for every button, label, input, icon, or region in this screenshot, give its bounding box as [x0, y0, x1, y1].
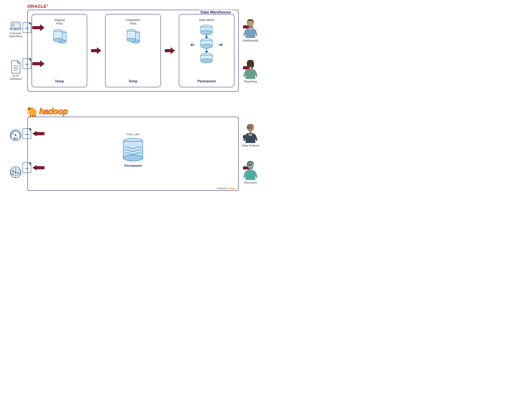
- staging-box: StagingArea Temp: [32, 14, 87, 87]
- reporting-consumer: Reporting: [243, 59, 258, 83]
- discovery-person: [243, 160, 258, 180]
- arrow-staging-integration: [91, 47, 101, 54]
- svg-rect-74: [249, 131, 252, 133]
- data-lake-content: Data Lake Permanent: [120, 133, 146, 168]
- data-lake-permanent-label: Permanent: [124, 164, 142, 168]
- mart-center: [199, 38, 214, 49]
- arrow-center-bottom: [205, 49, 208, 53]
- oltp-label: OLTP Databases: [10, 74, 22, 80]
- laptop-icon: [10, 21, 22, 31]
- staging-label: Temp: [55, 79, 64, 83]
- enterprise-apps-source: Enterprise Applications: [9, 21, 22, 38]
- arrow-top-center: [205, 34, 208, 39]
- globe-source: [9, 166, 22, 179]
- permanent-label: Permanent: [197, 79, 216, 83]
- bottom-section: hadoop: [4, 106, 262, 196]
- inner-areas: StagingArea Temp: [32, 14, 234, 87]
- svg-rect-81: [249, 168, 252, 170]
- svg-rect-45: [32, 115, 33, 117]
- data-lake-title: Data Lake: [126, 133, 140, 136]
- right-consumers-top: Dashboards Reporting: [239, 10, 262, 92]
- hadoop-elephant-icon: [27, 106, 38, 117]
- svg-point-26: [127, 38, 136, 42]
- enterprise-apps-label: Enterprise Applications: [9, 32, 22, 38]
- hadoop-text: hadoop: [39, 107, 68, 116]
- oracle-registered: ®: [47, 4, 49, 7]
- speedometer-icon: [9, 129, 22, 142]
- integration-db-icon: [124, 27, 142, 47]
- main-container: ORACLE®: [0, 0, 266, 199]
- arrow-integration-marts: [165, 47, 175, 54]
- oltp-source: OLTP Databases: [10, 60, 22, 80]
- analytics-text: Analytics: [217, 187, 227, 190]
- right-consumers-bottom: Data Science: [239, 117, 262, 191]
- speedometer-source: [9, 129, 22, 142]
- arrow-left: [190, 43, 195, 46]
- svg-point-7: [19, 23, 19, 24]
- svg-point-67: [123, 155, 143, 161]
- svg-rect-37: [249, 26, 252, 28]
- mart-top: [199, 25, 214, 36]
- svg-point-6: [17, 23, 18, 24]
- dw-title: Data Warehouse: [199, 10, 233, 14]
- dw-outer-box: Data Warehouse StagingArea: [27, 10, 239, 92]
- datascience-consumer: Data Science: [242, 123, 259, 147]
- svg-point-5: [16, 23, 17, 24]
- data-marts-title: Data Marts: [199, 18, 214, 22]
- left-sources-top: Enterprise Applications OLTP Databases: [4, 10, 27, 92]
- staging-title: StagingArea: [54, 18, 65, 25]
- dashboards-person: [243, 18, 258, 38]
- data-lake-icon: [120, 137, 146, 162]
- discovery-label: Discovery: [244, 181, 257, 184]
- svg-point-20: [53, 38, 62, 42]
- mart-bottom: [199, 53, 214, 64]
- svg-point-43: [30, 108, 31, 109]
- today-text: Today: [228, 187, 235, 190]
- svg-rect-39: [249, 67, 252, 69]
- document-icon: [10, 60, 21, 74]
- discovery-consumer: Discovery: [243, 160, 258, 184]
- hadoop-label-area: hadoop: [27, 106, 68, 117]
- svg-point-35: [201, 59, 212, 63]
- svg-rect-46: [34, 115, 36, 117]
- reporting-label: Reporting: [244, 80, 257, 83]
- svg-rect-4: [12, 25, 15, 27]
- data-marts-box: Data Marts: [179, 14, 234, 87]
- oracle-text: ORACLE: [27, 4, 47, 9]
- oracle-label: ORACLE®: [27, 4, 49, 9]
- datascience-person: [243, 123, 258, 143]
- top-section: ORACLE®: [4, 4, 262, 93]
- data-marts-diagram: [189, 25, 224, 66]
- svg-point-32: [201, 44, 212, 48]
- integration-title: IntegrationArea: [126, 18, 140, 25]
- dashboards-label: Dashboards: [243, 39, 258, 42]
- globe-icon: [9, 166, 22, 179]
- datascience-label: Data Science: [242, 144, 259, 147]
- dl-outer-box: Data Lake Permanent: [27, 117, 239, 191]
- svg-point-50: [15, 135, 16, 136]
- watermark: Analytics•Today: [217, 187, 235, 190]
- dashboards-consumer: Dashboards: [243, 18, 258, 42]
- staging-db-icon: [51, 27, 68, 47]
- left-sources-bottom: [4, 117, 27, 191]
- svg-rect-52: [14, 138, 16, 139]
- svg-rect-44: [30, 115, 31, 117]
- integration-label: Temp: [128, 79, 138, 83]
- integration-box: IntegrationArea Temp: [105, 14, 161, 87]
- arrow-right-mart: [218, 43, 223, 46]
- reporting-person: [243, 59, 258, 79]
